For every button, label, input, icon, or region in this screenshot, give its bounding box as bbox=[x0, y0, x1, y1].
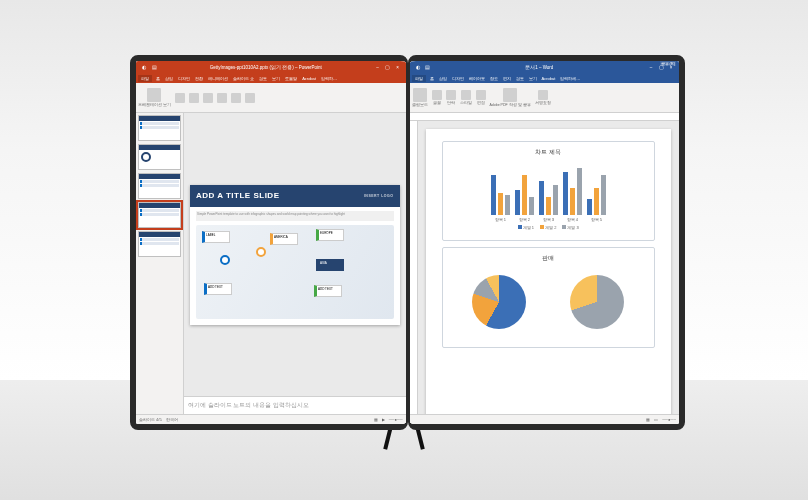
notes-page-icon[interactable] bbox=[203, 93, 213, 103]
menu-insert[interactable]: 삽입 bbox=[164, 76, 174, 81]
document-page[interactable]: 차트 제목 항목 1항목 2항목 3항목 4항목 5 계열 1 계열 2 계열 … bbox=[426, 129, 672, 414]
styles-icon[interactable] bbox=[461, 90, 471, 100]
thumbnail-5[interactable] bbox=[138, 231, 181, 257]
slide-thumbnails bbox=[136, 113, 184, 414]
menu-animations[interactable]: 애니메이션 bbox=[207, 76, 229, 81]
menu-file[interactable]: 파일 bbox=[138, 75, 152, 82]
map-node-a: LABEL bbox=[202, 231, 230, 243]
menu-review[interactable]: 검토 bbox=[515, 76, 525, 81]
ppt-ribbon: 프레젠테이션 보기 bbox=[136, 83, 406, 113]
ppt-titlebar: ◐ ▤ GettyImages-ppt1010A2.pptx (읽기 전용) –… bbox=[136, 61, 406, 73]
thumbnail-1[interactable] bbox=[138, 115, 181, 141]
menu-references[interactable]: 참조 bbox=[489, 76, 499, 81]
font-icon[interactable] bbox=[432, 90, 442, 100]
save-icon[interactable]: ▤ bbox=[424, 65, 432, 70]
word-window-title: 문서1 – Word bbox=[434, 65, 646, 70]
pie-chart-1 bbox=[472, 275, 526, 329]
menu-search[interactable]: 입력하… bbox=[320, 76, 338, 81]
menu-mailings[interactable]: 편지 bbox=[502, 76, 512, 81]
menu-help[interactable]: 도움말 bbox=[284, 76, 298, 81]
view-normal-icon[interactable]: ▦ bbox=[374, 417, 378, 422]
slide-title: ADD A TITLE SLIDE bbox=[196, 191, 279, 200]
signature-icon[interactable] bbox=[538, 90, 548, 100]
outline-view-icon[interactable] bbox=[175, 93, 185, 103]
menu-home[interactable]: 홈 bbox=[429, 76, 435, 81]
zoom-slider[interactable]: ──●── bbox=[662, 417, 676, 422]
view-read-icon[interactable]: ▭ bbox=[654, 417, 658, 422]
menu-acrobat[interactable]: Acrobat bbox=[541, 76, 557, 81]
bar-chart-categories: 항목 1항목 2항목 3항목 4항목 5 bbox=[451, 217, 647, 222]
minimize-button[interactable]: – bbox=[647, 65, 655, 70]
pie-charts bbox=[451, 267, 647, 337]
zoom-slider[interactable]: ──●── bbox=[389, 417, 403, 422]
menu-layout[interactable]: 레이아웃 bbox=[468, 76, 486, 81]
status-language: 한국어 bbox=[166, 417, 178, 422]
powerpoint-app: ◐ ▤ GettyImages-ppt1010A2.pptx (읽기 전용) –… bbox=[136, 61, 406, 424]
map-node-b: AMERICA bbox=[270, 233, 298, 245]
map-node-d: ASIA bbox=[316, 259, 344, 271]
menu-design[interactable]: 디자인 bbox=[177, 76, 191, 81]
view-print-layout-icon[interactable]: ▦ bbox=[646, 417, 650, 422]
zoom-icon[interactable] bbox=[231, 93, 241, 103]
save-icon[interactable]: ▤ bbox=[150, 65, 158, 70]
word-document-area: 차트 제목 항목 1항목 2항목 3항목 4항목 5 계열 1 계열 2 계열 … bbox=[410, 121, 680, 414]
menu-file[interactable]: 파일 bbox=[412, 75, 426, 82]
vertical-ruler[interactable] bbox=[410, 121, 418, 414]
thumbnail-2[interactable] bbox=[138, 144, 181, 170]
map-dot-2 bbox=[256, 247, 266, 257]
menu-acrobat[interactable]: Acrobat bbox=[301, 76, 317, 81]
slide-subtitle: Simple PowerPoint template to use with i… bbox=[196, 211, 394, 221]
view-slideshow-icon[interactable]: ▶ bbox=[382, 417, 385, 422]
ppt-window-title: GettyImages-ppt1010A2.pptx (읽기 전용) – Pow… bbox=[160, 65, 372, 70]
bar-chart[interactable]: 차트 제목 항목 1항목 2항목 3항목 4항목 5 계열 1 계열 2 계열 … bbox=[442, 141, 656, 241]
menu-transitions[interactable]: 전환 bbox=[194, 76, 204, 81]
menu-slideshow[interactable]: 슬라이드 쇼 bbox=[232, 76, 255, 81]
ribbon-view-label: 프레젠테이션 보기 bbox=[138, 103, 171, 107]
map-node-f: ADD TEXT bbox=[314, 285, 342, 297]
horizontal-ruler[interactable] bbox=[410, 113, 680, 121]
word-menubar: 파일 홈 삽입 디자인 레이아웃 참조 편지 검토 보기 Acrobat 입력하… bbox=[410, 73, 680, 83]
word-ribbon: 클립보드 글꼴 단락 스타일 편집 Adobe PDF 작성 및 공유 서명 요… bbox=[410, 83, 680, 113]
close-button[interactable]: × bbox=[394, 65, 402, 70]
adobe-pdf-icon[interactable] bbox=[503, 88, 517, 102]
slide-notes[interactable]: 여기에 슬라이드 노트의 내용을 입력하십시오 bbox=[184, 396, 406, 414]
autosave-toggle[interactable]: ◐ bbox=[140, 65, 148, 70]
thumbnail-3[interactable] bbox=[138, 173, 181, 199]
menu-view[interactable]: 보기 bbox=[271, 76, 281, 81]
current-slide[interactable]: ADD A TITLE SLIDE INSERT LOGO Simple Pow… bbox=[190, 185, 400, 325]
paragraph-icon[interactable] bbox=[446, 90, 456, 100]
pie-chart-card[interactable]: 판매 bbox=[442, 247, 656, 348]
map-dot-1 bbox=[220, 255, 230, 265]
color-icon[interactable] bbox=[245, 93, 255, 103]
slide-editor: ADD A TITLE SLIDE INSERT LOGO Simple Pow… bbox=[184, 113, 406, 414]
menu-insert[interactable]: 삽입 bbox=[438, 76, 448, 81]
pie-chart-2 bbox=[570, 275, 624, 329]
normal-view-icon[interactable] bbox=[147, 88, 161, 102]
word-statusbar: ▦ ▭ ──●── bbox=[410, 414, 680, 424]
bar-chart-title: 차트 제목 bbox=[451, 148, 647, 157]
ppt-menubar: 파일 홈 삽입 디자인 전환 애니메이션 슬라이드 쇼 검토 보기 도움말 Ac… bbox=[136, 73, 406, 83]
menu-home[interactable]: 홈 bbox=[155, 76, 161, 81]
status-slide-count: 슬라이드 4/5 bbox=[139, 417, 162, 422]
maximize-button[interactable]: ▢ bbox=[384, 65, 392, 70]
menu-review[interactable]: 검토 bbox=[258, 76, 268, 81]
slide-world-map: LABEL AMERICA EUROPE ASIA ADD TEXT ADD T… bbox=[196, 225, 394, 319]
page-scroll[interactable]: 차트 제목 항목 1항목 2항목 3항목 4항목 5 계열 1 계열 2 계열 … bbox=[418, 121, 680, 414]
menu-design[interactable]: 디자인 bbox=[451, 76, 465, 81]
bar-chart-bars bbox=[451, 161, 647, 215]
slide-logo-placeholder: INSERT LOGO bbox=[364, 194, 394, 198]
map-node-c: EUROPE bbox=[316, 229, 344, 241]
autosave-toggle[interactable]: ◐ bbox=[414, 65, 422, 70]
maximize-button[interactable]: ▢ bbox=[657, 65, 665, 70]
word-app: ◐ ▤ 문서1 – Word – ▢ × 파일 홈 삽입 디자인 레이아웃 참조… bbox=[410, 61, 680, 424]
editing-icon[interactable] bbox=[476, 90, 486, 100]
paste-icon[interactable] bbox=[413, 88, 427, 102]
map-node-e: ADD TEXT bbox=[204, 283, 232, 295]
menu-search[interactable]: 입력하세… bbox=[559, 76, 581, 81]
close-button[interactable]: × bbox=[667, 65, 675, 70]
slide-sorter-icon[interactable] bbox=[189, 93, 199, 103]
thumbnail-4[interactable] bbox=[138, 202, 181, 228]
menu-view[interactable]: 보기 bbox=[528, 76, 538, 81]
minimize-button[interactable]: – bbox=[374, 65, 382, 70]
reading-view-icon[interactable] bbox=[217, 93, 227, 103]
